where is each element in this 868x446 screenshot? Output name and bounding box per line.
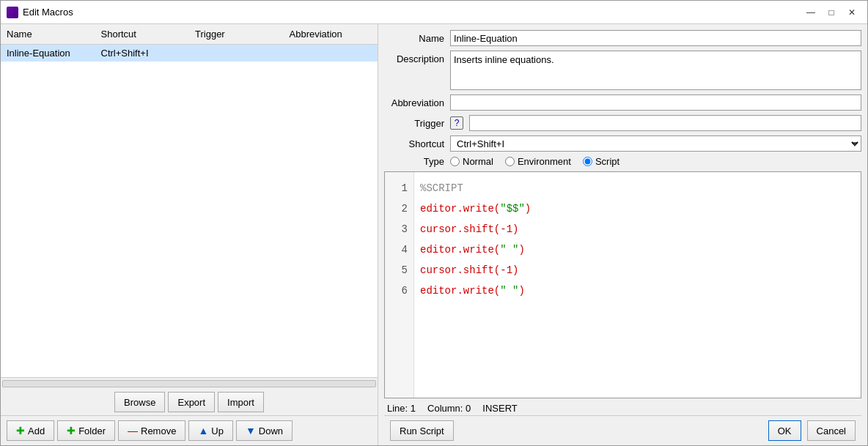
code-string-2: "$$" (500, 203, 525, 215)
folder-icon: ✚ (67, 425, 76, 436)
column-status: Column: 0 (427, 403, 471, 414)
down-button[interactable]: ▼ Down (236, 420, 293, 441)
type-option-normal[interactable]: Normal (450, 156, 493, 167)
type-radio-environment[interactable] (505, 157, 515, 166)
cancel-button[interactable]: Cancel (807, 420, 856, 441)
code-line-5: cursor.shift(-1) (420, 260, 855, 280)
remove-button[interactable]: — Remove (118, 420, 185, 441)
line-number: 6 (385, 280, 413, 301)
right-panel: Name Description Inserts inline equation… (378, 24, 867, 445)
code-val-3: -1) (500, 223, 518, 235)
export-button[interactable]: Export (168, 392, 215, 412)
type-environment-label: Environment (518, 156, 571, 167)
type-label: Type (384, 156, 450, 167)
description-label: Description (384, 51, 450, 64)
add-button[interactable]: ✚ Add (7, 420, 54, 441)
code-dot-3: .shift( (457, 223, 500, 235)
table-row[interactable]: Inline-Equation Ctrl+Shift+I (1, 45, 378, 62)
maximize-button[interactable]: □ (822, 5, 841, 20)
code-method-6: editor (420, 285, 457, 297)
titlebar-buttons: — □ ✕ (801, 5, 861, 20)
shortcut-wrapper: Ctrl+Shift+I ▼ (450, 135, 861, 152)
description-textarea[interactable]: Inserts inline equations. (450, 51, 861, 90)
code-paren-close-4: ) (518, 244, 524, 256)
abbreviation-label: Abbreviation (384, 97, 450, 108)
type-radio-normal[interactable] (450, 157, 460, 166)
abbreviation-input[interactable] (450, 94, 861, 111)
col-header-trigger: Trigger (189, 27, 284, 41)
description-row: Description Inserts inline equations. (384, 51, 861, 90)
bottom-bar: Run Script OK Cancel (384, 415, 861, 445)
code-method-4: editor (420, 244, 457, 256)
remove-icon: — (128, 425, 138, 436)
code-paren-close-6: ) (518, 285, 524, 297)
macro-list[interactable]: Inline-Equation Ctrl+Shift+I (1, 45, 378, 377)
shortcut-select[interactable]: Ctrl+Shift+I (450, 135, 861, 152)
shortcut-label: Shortcut (384, 138, 450, 149)
code-dot-2: .write( (457, 203, 500, 215)
type-option-environment[interactable]: Environment (505, 156, 571, 167)
type-radio-script[interactable] (583, 157, 592, 166)
horizontal-scrollbar[interactable] (1, 377, 378, 389)
type-row: Type Normal Environment Script (384, 156, 861, 167)
col-header-name: Name (1, 27, 95, 41)
code-line-4: editor.write(" ") (420, 239, 855, 260)
bottom-bar-right: OK Cancel (768, 420, 856, 441)
type-option-script[interactable]: Script (583, 156, 619, 167)
down-label: Down (259, 425, 283, 436)
ok-button[interactable]: OK (768, 420, 801, 441)
trigger-input[interactable] (469, 115, 861, 131)
name-row: Name (384, 30, 861, 46)
import-button[interactable]: Import (218, 392, 264, 412)
code-content[interactable]: %SCRIPT editor.write("$$") cursor.shift(… (414, 172, 861, 398)
add-label: Add (28, 425, 45, 436)
cell-trigger (189, 47, 284, 59)
line-number: 2 (385, 198, 413, 219)
code-line-3: cursor.shift(-1) (420, 219, 855, 239)
edit-macros-window: Edit Macros — □ ✕ Name Shortcut Trigger … (0, 0, 868, 446)
abbreviation-row: Abbreviation (384, 94, 861, 111)
code-method-3: cursor (420, 223, 457, 235)
minimize-button[interactable]: — (801, 5, 820, 20)
name-input[interactable] (450, 30, 861, 46)
left-panel: Name Shortcut Trigger Abbreviation Inlin… (1, 24, 378, 445)
cell-abbreviation (284, 47, 378, 59)
type-script-label: Script (595, 156, 619, 167)
status-bar: Line: 1 Column: 0 INSERT (384, 401, 861, 415)
code-val-5: -1) (500, 264, 518, 276)
col-header-shortcut: Shortcut (95, 27, 190, 41)
type-normal-label: Normal (463, 156, 493, 167)
line-number: 4 (385, 239, 413, 260)
cell-shortcut: Ctrl+Shift+I (95, 47, 190, 59)
code-string-6: " " (500, 285, 518, 297)
code-string-4: " " (500, 244, 518, 256)
up-button[interactable]: ▲ Up (188, 420, 232, 441)
browse-button[interactable]: Browse (114, 392, 165, 412)
macro-action-buttons: ✚ Add ✚ Folder — Remove ▲ Up ▼ Down (1, 415, 378, 445)
close-button[interactable]: ✕ (842, 5, 861, 20)
trigger-help-button[interactable]: ? (450, 116, 463, 130)
cell-name: Inline-Equation (1, 47, 95, 59)
scrollbar-track (2, 380, 376, 387)
code-paren-close-2: ) (525, 203, 531, 215)
folder-button[interactable]: ✚ Folder (57, 420, 115, 441)
editor-mode: INSERT (482, 403, 517, 414)
trigger-row: Trigger ? (384, 115, 861, 131)
down-icon: ▼ (246, 425, 256, 436)
code-editor[interactable]: 1 2 3 4 5 6 %SCRIPT editor.write("$$") c… (384, 171, 861, 398)
line-number: 5 (385, 260, 413, 280)
name-label: Name (384, 33, 450, 44)
code-dot-5: .shift( (457, 264, 500, 276)
code-comment-1: %SCRIPT (420, 182, 463, 194)
folder-label: Folder (78, 425, 106, 436)
trigger-label: Trigger (384, 118, 450, 129)
titlebar: Edit Macros — □ ✕ (1, 1, 867, 24)
line-number: 3 (385, 219, 413, 239)
window-title: Edit Macros (23, 7, 801, 18)
run-script-button[interactable]: Run Script (390, 420, 454, 441)
type-options: Normal Environment Script (450, 156, 619, 167)
line-numbers: 1 2 3 4 5 6 (385, 172, 414, 398)
shortcut-row: Shortcut Ctrl+Shift+I ▼ (384, 135, 861, 152)
add-icon: ✚ (16, 425, 25, 436)
code-line-6: editor.write(" ") (420, 280, 855, 301)
